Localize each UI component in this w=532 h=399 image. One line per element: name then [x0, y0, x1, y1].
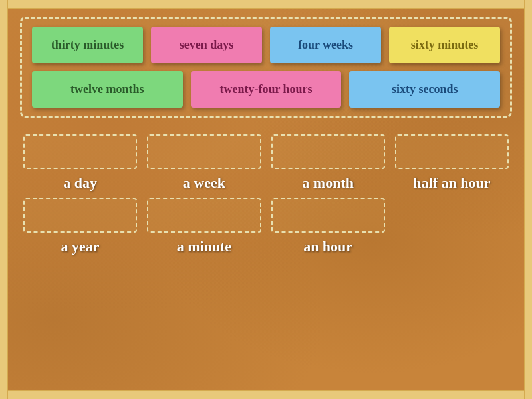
drop-item-a-year: a year	[23, 198, 137, 255]
label-a-month: a month	[302, 174, 354, 192]
label-an-hour: an hour	[303, 238, 352, 255]
drop-item-a-week: a week	[147, 134, 261, 192]
source-row-1: thirty minutes seven days four weeks six…	[32, 27, 500, 63]
drop-box-a-month[interactable]	[271, 134, 385, 169]
source-row-2: twelve months twenty-four hours sixty se…	[32, 71, 500, 108]
drop-row-2: a year a minute an hour	[23, 198, 509, 255]
corkboard: thirty minutes seven days four weeks six…	[0, 0, 532, 399]
card-seven-days[interactable]: seven days	[151, 27, 262, 63]
drop-box-an-hour[interactable]	[271, 198, 385, 233]
drop-item-a-day: a day	[23, 134, 137, 192]
drop-box-a-minute[interactable]	[147, 198, 261, 233]
label-a-year: a year	[61, 238, 100, 255]
drop-item-a-month: a month	[271, 134, 385, 192]
drop-box-a-year[interactable]	[23, 198, 137, 233]
label-a-minute: a minute	[177, 238, 232, 255]
drop-box-a-week[interactable]	[147, 134, 261, 169]
board-content: thirty minutes seven days four weeks six…	[7, 7, 525, 263]
drop-box-half-an-hour[interactable]	[395, 134, 509, 169]
drop-item-half-an-hour: half an hour	[395, 134, 509, 192]
label-half-an-hour: half an hour	[413, 174, 490, 192]
drop-area: a day a week a month half an hour	[20, 134, 512, 256]
drop-box-a-day[interactable]	[23, 134, 137, 169]
left-border	[0, 0, 8, 399]
source-area: thirty minutes seven days four weeks six…	[20, 17, 512, 118]
card-four-weeks[interactable]: four weeks	[270, 27, 381, 63]
label-a-week: a week	[183, 174, 225, 192]
card-twenty-four-hours[interactable]: twenty-four hours	[191, 71, 342, 108]
drop-item-a-minute: a minute	[147, 198, 261, 255]
drop-row-1: a day a week a month half an hour	[23, 134, 509, 192]
card-sixty-minutes[interactable]: sixty minutes	[389, 27, 500, 63]
drop-item-an-hour: an hour	[271, 198, 385, 255]
card-twelve-months[interactable]: twelve months	[32, 71, 183, 108]
right-border	[524, 0, 532, 399]
label-a-day: a day	[63, 174, 97, 192]
card-sixty-seconds[interactable]: sixty seconds	[349, 71, 500, 108]
card-thirty-minutes[interactable]: thirty minutes	[32, 27, 143, 63]
